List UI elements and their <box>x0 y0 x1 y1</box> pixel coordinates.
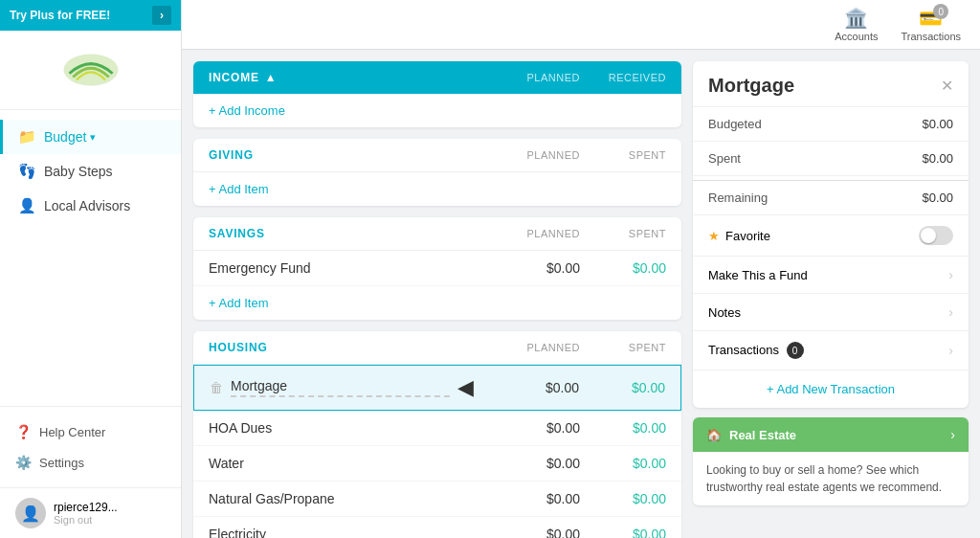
settings-item[interactable]: ⚙️ Settings <box>0 447 181 478</box>
sidebar-item-local-advisors[interactable]: 👤 Local Advisors <box>0 189 181 223</box>
logo-area <box>0 31 181 110</box>
income-header: INCOME ▲ PLANNED RECEIVED <box>193 61 681 94</box>
user-area: 👤 rpierce129... Sign out <box>0 487 181 538</box>
try-plus-label: Try Plus for FREE! <box>10 9 110 22</box>
right-panel: Mortgage ✕ Budgeted $0.00 Spent $0.00 Re… <box>693 50 980 538</box>
add-income-button[interactable]: + Add Income <box>193 94 681 127</box>
favorite-label-area: ★ Favorite <box>708 229 770 243</box>
detail-close-button[interactable]: ✕ <box>941 77 953 95</box>
try-plus-arrow: › <box>152 6 171 25</box>
local-advisors-icon: 👤 <box>18 197 36 214</box>
baby-steps-icon: 👣 <box>18 163 36 180</box>
transactions-action[interactable]: 💳 0 Transactions <box>901 7 961 42</box>
accounts-action[interactable]: 🏛️ Accounts <box>835 7 878 42</box>
income-received-header: RECEIVED <box>580 72 666 83</box>
sidebar-item-budget[interactable]: 📁 Budget ▾ <box>0 120 181 154</box>
sign-out-link[interactable]: Sign out <box>54 514 118 526</box>
housing-row-name-1: HOA Dues <box>209 420 475 436</box>
list-item[interactable]: Natural Gas/Propane $0.00 $0.00 <box>193 482 681 517</box>
sidebar-item-baby-steps[interactable]: 👣 Baby Steps <box>0 154 181 189</box>
add-income-label: + Add Income <box>209 103 285 118</box>
accounts-icon-wrap: 🏛️ <box>844 7 868 30</box>
transactions-icon-wrap: 💳 0 <box>919 7 943 30</box>
help-center-item[interactable]: ❓ Help Center <box>0 416 181 447</box>
giving-section: GIVING PLANNED SPENT + Add Item <box>193 139 681 206</box>
make-fund-label: Make This a Fund <box>708 268 808 282</box>
housing-header: HOUSING PLANNED SPENT <box>193 331 681 365</box>
giving-planned-header: PLANNED <box>475 149 580 161</box>
housing-row-planned-4: $0.00 <box>475 527 580 538</box>
add-transaction-button[interactable]: + Add New Transaction <box>693 370 969 408</box>
housing-row-planned-1: $0.00 <box>475 420 580 436</box>
transactions-row[interactable]: Transactions 0 › <box>693 331 969 370</box>
housing-row-planned-2: $0.00 <box>475 456 580 471</box>
housing-row-planned-3: $0.00 <box>475 491 580 506</box>
favorite-toggle[interactable] <box>919 226 953 245</box>
income-chevron-up: ▲ <box>265 71 278 84</box>
giving-add-label: + Add Item <box>209 182 269 196</box>
help-icon: ❓ <box>15 424 32 439</box>
list-item[interactable]: Water $0.00 $0.00 <box>193 446 681 482</box>
giving-add-item-button[interactable]: + Add Item <box>193 172 681 206</box>
list-item[interactable]: Emergency Fund $0.00 $0.00 <box>193 251 681 286</box>
income-planned-header: PLANNED <box>475 72 580 83</box>
real-estate-chevron-icon: › <box>950 427 955 442</box>
real-estate-header[interactable]: 🏠 Real Estate › <box>693 417 969 452</box>
savings-row-planned: $0.00 <box>475 260 580 276</box>
savings-add-label: + Add Item <box>209 296 269 310</box>
notes-label: Notes <box>708 305 741 320</box>
detail-budgeted-row: Budgeted $0.00 <box>693 107 969 142</box>
make-fund-row[interactable]: Make This a Fund › <box>693 257 969 294</box>
help-center-label: Help Center <box>39 425 105 439</box>
spent-label: Spent <box>708 151 741 166</box>
accounts-label: Accounts <box>835 31 878 42</box>
transactions-count-badge: 0 <box>787 342 804 359</box>
transactions-label: Transactions 0 <box>708 342 804 359</box>
notes-row[interactable]: Notes › <box>693 294 969 331</box>
list-item[interactable]: 🗑 Mortgage ◀ $0.00 $0.00 <box>193 365 681 411</box>
username: rpierce129... <box>54 501 118 514</box>
savings-cols: PLANNED SPENT <box>475 228 666 239</box>
giving-header: GIVING PLANNED SPENT <box>193 139 681 172</box>
toggle-knob <box>921 228 936 243</box>
housing-row-spent-3: $0.00 <box>580 491 666 506</box>
housing-row-name-3: Natural Gas/Propane <box>209 491 475 506</box>
top-header: 🏛️ Accounts 💳 0 Transactions <box>182 0 980 50</box>
list-item[interactable]: Electricity $0.00 $0.00 <box>193 517 681 538</box>
sidebar-item-label-budget: Budget <box>44 129 86 145</box>
housing-row-spent-2: $0.00 <box>580 456 666 471</box>
housing-spent-header: SPENT <box>580 342 666 353</box>
giving-spent-header: SPENT <box>580 149 666 161</box>
budgeted-label: Budgeted <box>708 117 762 131</box>
housing-row-spent-0: $0.00 <box>579 380 665 395</box>
detail-remaining-row: Remaining $0.00 <box>693 180 969 215</box>
housing-row-name-4: Electricity <box>209 527 475 538</box>
accounts-icon: 🏛️ <box>844 8 868 29</box>
detail-spent-row: Spent $0.00 <box>693 142 969 176</box>
detail-header: Mortgage ✕ <box>693 61 969 107</box>
budget-area: INCOME ▲ PLANNED RECEIVED + Add Income G… <box>182 50 980 538</box>
sidebar-item-label-baby-steps: Baby Steps <box>44 164 113 179</box>
savings-spent-header: SPENT <box>580 228 666 239</box>
arrow-left-icon: ◀ <box>457 375 474 400</box>
housing-cols: PLANNED SPENT <box>475 342 666 353</box>
settings-label: Settings <box>39 456 84 470</box>
giving-cols: PLANNED SPENT <box>475 149 666 161</box>
housing-section: HOUSING PLANNED SPENT 🗑 Mortgage ◀ $0.00… <box>193 331 681 538</box>
detail-favorite-row[interactable]: ★ Favorite <box>693 215 969 257</box>
real-estate-body: Looking to buy or sell a home? See which… <box>693 452 969 505</box>
savings-planned-header: PLANNED <box>475 228 580 239</box>
favorite-label: Favorite <box>725 229 770 243</box>
sidebar-item-label-local-advisors: Local Advisors <box>44 198 130 213</box>
income-title: INCOME ▲ <box>209 71 278 84</box>
housing-row-name-2: Water <box>209 456 475 471</box>
avatar: 👤 <box>15 498 46 528</box>
savings-add-item-button[interactable]: + Add Item <box>193 286 681 320</box>
savings-header: SAVINGS PLANNED SPENT <box>193 217 681 251</box>
try-plus-banner[interactable]: Try Plus for FREE! › <box>0 0 181 31</box>
chevron-down-icon: ▾ <box>90 131 96 144</box>
savings-section: SAVINGS PLANNED SPENT Emergency Fund $0.… <box>193 217 681 320</box>
sidebar: Try Plus for FREE! › 📁 Budget ▾ 👣 Baby S… <box>0 0 182 538</box>
delete-icon[interactable]: 🗑 <box>210 380 223 395</box>
list-item[interactable]: HOA Dues $0.00 $0.00 <box>193 411 681 446</box>
